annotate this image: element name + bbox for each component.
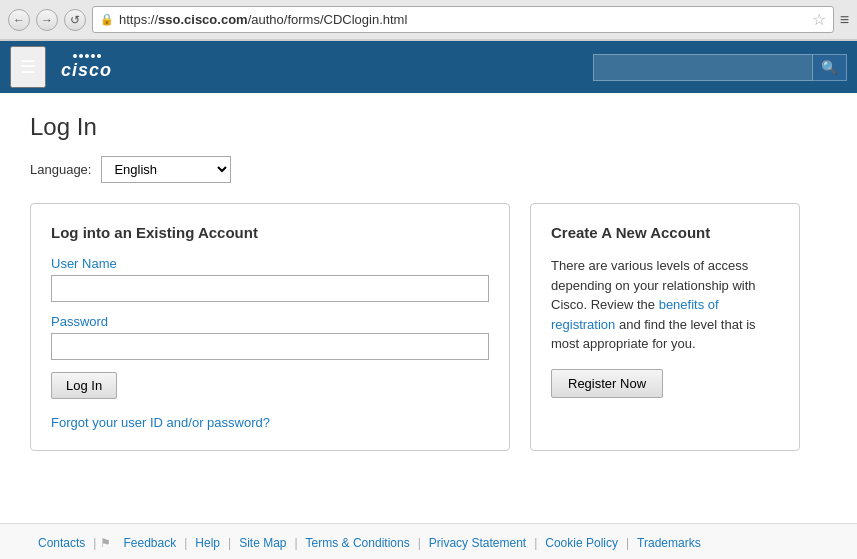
username-input[interactable]: [51, 275, 489, 302]
lock-icon: 🔒: [100, 13, 114, 26]
forgot-password-link[interactable]: Forgot your user ID and/or password?: [51, 415, 489, 430]
footer-links: Contacts | ⚑ Feedback | Help | Site Map …: [30, 536, 827, 550]
footer-terms-link[interactable]: Terms & Conditions: [298, 536, 418, 550]
login-card: Log into an Existing Account User Name P…: [30, 203, 510, 451]
footer-trademarks-link[interactable]: Trademarks: [629, 536, 709, 550]
feedback-icon: ⚑: [96, 536, 115, 550]
address-text: https://sso.cisco.com/autho/forms/CDClog…: [119, 12, 807, 27]
cisco-logo-text: cisco: [61, 60, 112, 81]
nav-search: 🔍: [593, 54, 847, 81]
nav-search-input[interactable]: [593, 54, 813, 81]
footer-cookie-link[interactable]: Cookie Policy: [537, 536, 626, 550]
password-input[interactable]: [51, 333, 489, 360]
logo-dot-1: [73, 54, 77, 58]
username-label: User Name: [51, 256, 489, 271]
language-label: Language:: [30, 162, 91, 177]
language-select[interactable]: English French German Japanese Spanish: [101, 156, 231, 183]
cisco-navbar: ☰ cisco 🔍: [0, 41, 857, 93]
register-card: Create A New Account There are various l…: [530, 203, 800, 451]
main-content: Log In Language: English French German J…: [0, 93, 857, 513]
menu-icon[interactable]: ≡: [840, 11, 849, 29]
cisco-logo-dots: [73, 54, 101, 58]
forward-button[interactable]: →: [36, 9, 58, 31]
bookmark-icon[interactable]: ☆: [812, 10, 826, 29]
address-bar[interactable]: 🔒 https://sso.cisco.com/autho/forms/CDCl…: [92, 6, 834, 33]
cards-row: Log into an Existing Account User Name P…: [30, 203, 827, 451]
hamburger-button[interactable]: ☰: [10, 46, 46, 88]
footer-contacts-link[interactable]: Contacts: [30, 536, 93, 550]
login-card-title: Log into an Existing Account: [51, 224, 489, 241]
password-label: Password: [51, 314, 489, 329]
back-button[interactable]: ←: [8, 9, 30, 31]
footer-sitemap-link[interactable]: Site Map: [231, 536, 294, 550]
footer-help-link[interactable]: Help: [187, 536, 228, 550]
browser-toolbar: ← → ↺ 🔒 https://sso.cisco.com/autho/form…: [0, 0, 857, 40]
footer-feedback-link[interactable]: Feedback: [115, 536, 184, 550]
footer-privacy-link[interactable]: Privacy Statement: [421, 536, 534, 550]
language-row: Language: English French German Japanese…: [30, 156, 827, 183]
reload-button[interactable]: ↺: [64, 9, 86, 31]
register-card-title: Create A New Account: [551, 224, 779, 241]
footer: Contacts | ⚑ Feedback | Help | Site Map …: [0, 523, 857, 559]
page-title: Log In: [30, 113, 827, 141]
browser-chrome: ← → ↺ 🔒 https://sso.cisco.com/autho/form…: [0, 0, 857, 41]
cisco-logo: cisco: [51, 49, 122, 86]
register-description: There are various levels of access depen…: [551, 256, 779, 354]
logo-dot-2: [79, 54, 83, 58]
login-button[interactable]: Log In: [51, 372, 117, 399]
logo-dot-4: [91, 54, 95, 58]
logo-dot-5: [97, 54, 101, 58]
nav-search-button[interactable]: 🔍: [813, 54, 847, 81]
logo-dot-3: [85, 54, 89, 58]
register-button[interactable]: Register Now: [551, 369, 663, 398]
